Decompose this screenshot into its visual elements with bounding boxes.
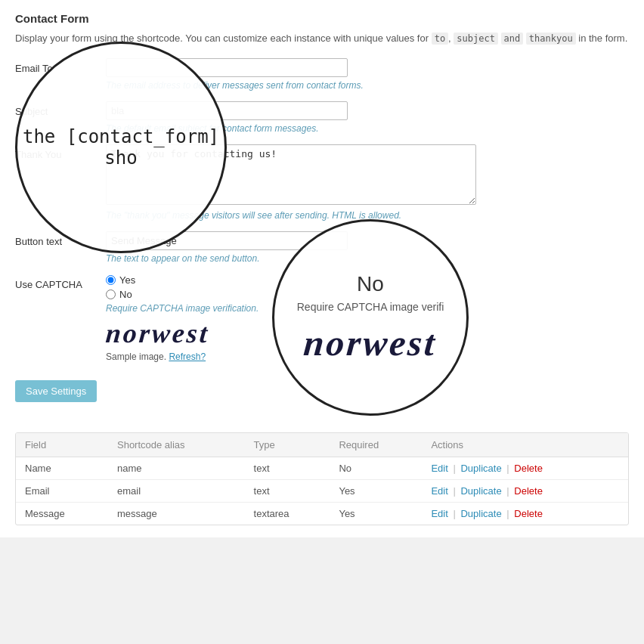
code-to: to (432, 33, 448, 45)
duplicate-link[interactable]: Duplicate (460, 508, 501, 519)
captcha-yes-text: Yes (119, 274, 135, 286)
col-alias: Shortcode alias (108, 433, 245, 457)
button-text-input[interactable] (106, 231, 348, 250)
description-prefix: Display your form using the shortcode. Y… (15, 33, 429, 44)
delete-link[interactable]: Delete (514, 508, 543, 519)
captcha-row: Use CAPTCHA Yes No Require CAPTCHA image… (15, 274, 629, 362)
email-to-field: The email address to deliver messages se… (106, 58, 629, 91)
table-header-row: Field Shortcode alias Type Required Acti… (16, 433, 628, 457)
thank-you-field: Thank you for contacting us! The "thank … (106, 144, 629, 221)
edit-link[interactable]: Edit (431, 508, 447, 519)
col-required: Required (330, 433, 422, 457)
col-field: Field (16, 433, 108, 457)
save-settings-button[interactable]: Save Settings (15, 380, 97, 402)
email-to-hint: The email address to deliver messages se… (106, 80, 629, 91)
cell-field: Email (16, 479, 108, 502)
thank-you-input[interactable]: Thank you for contacting us! (106, 144, 476, 205)
captcha-no-radio[interactable] (106, 289, 116, 299)
subject-field: The default email subject for contact fo… (106, 101, 629, 134)
cell-actions: Edit | Duplicate | Delete (422, 502, 628, 525)
cell-type: text (245, 457, 330, 479)
col-type: Type (245, 433, 330, 457)
page-description: Display your form using the shortcode. Y… (15, 31, 629, 46)
cell-required: Yes (330, 502, 422, 525)
edit-link[interactable]: Edit (431, 463, 447, 474)
button-text-field: The text to appear on the send button. (106, 231, 629, 264)
subject-label: Subject (15, 101, 106, 117)
captcha-no-text: No (119, 289, 132, 300)
col-actions: Actions (422, 433, 628, 457)
button-text-row: Button text The text to appear on the se… (15, 231, 629, 264)
cell-alias: message (108, 502, 245, 525)
email-to-label: Email To (15, 58, 106, 74)
cell-type: textarea (245, 502, 330, 525)
captcha-hint: Require CAPTCHA image verification. (106, 303, 629, 314)
cell-field: Message (16, 502, 108, 525)
subject-input[interactable] (106, 101, 348, 120)
cell-type: text (245, 479, 330, 502)
thank-you-row: Thank You Thank you for contacting us! T… (15, 144, 629, 221)
delete-link[interactable]: Delete (514, 463, 543, 474)
captcha-no-label[interactable]: No (106, 289, 629, 300)
fields-table: Field Shortcode alias Type Required Acti… (16, 433, 628, 525)
duplicate-link[interactable]: Duplicate (460, 485, 501, 497)
subject-hint: The default email subject for contact fo… (106, 123, 629, 134)
refresh-link[interactable]: Refresh? (169, 351, 206, 362)
cell-required: No (330, 457, 422, 479)
edit-link[interactable]: Edit (431, 485, 447, 497)
cell-alias: name (108, 457, 245, 479)
page-title: Contact Form (15, 12, 629, 25)
captcha-yes-label[interactable]: Yes (106, 274, 629, 286)
button-text-hint: The text to appear on the send button. (106, 253, 629, 264)
cell-actions: Edit | Duplicate | Delete (422, 479, 628, 502)
duplicate-link[interactable]: Duplicate (460, 463, 501, 474)
captcha-yes-radio[interactable] (106, 275, 116, 285)
main-content: Contact Form Display your form using the… (0, 0, 644, 537)
table-row: Message message textarea Yes Edit | Dupl… (16, 502, 628, 525)
cell-alias: email (108, 479, 245, 502)
captcha-field: Yes No Require CAPTCHA image verificatio… (106, 274, 629, 362)
table-row: Email email text Yes Edit | Duplicate | … (16, 479, 628, 502)
sample-label: Sample image. Refresh? (106, 351, 629, 362)
cell-actions: Edit | Duplicate | Delete (422, 457, 628, 479)
cell-required: Yes (330, 479, 422, 502)
delete-link[interactable]: Delete (514, 485, 543, 497)
email-to-input[interactable] (106, 58, 348, 77)
thank-you-hint: The "thank you" message visitors will se… (106, 210, 629, 221)
fields-table-wrap: Field Shortcode alias Type Required Acti… (15, 432, 629, 525)
captcha-image: norwest (104, 320, 210, 347)
captcha-radio-group: Yes No (106, 274, 629, 300)
table-row: Name name text No Edit | Duplicate | Del… (16, 457, 628, 479)
email-to-row: Email To The email address to deliver me… (15, 58, 629, 91)
button-text-label: Button text (15, 231, 106, 247)
thank-you-label: Thank You (15, 144, 106, 160)
code-and: and (501, 33, 524, 45)
code-subject: subject (454, 33, 498, 45)
description-suffix: in the form. (578, 33, 627, 44)
code-thankyou: thankyou (526, 33, 576, 45)
captcha-label: Use CAPTCHA (15, 274, 106, 290)
cell-field: Name (16, 457, 108, 479)
subject-row: Subject The default email subject for co… (15, 101, 629, 134)
